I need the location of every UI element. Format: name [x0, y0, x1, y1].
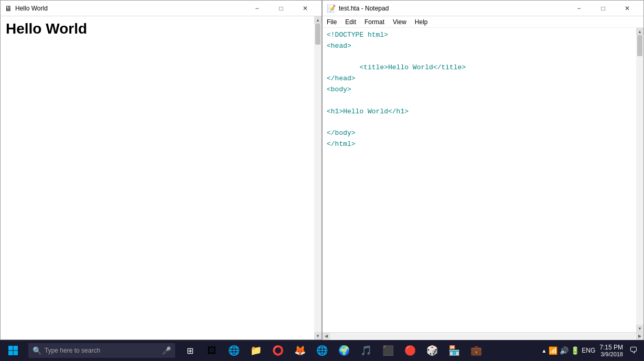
code-line-8: </html>: [327, 140, 356, 148]
svg-rect-0: [8, 346, 13, 351]
volume-icon[interactable]: 🔊: [560, 346, 568, 355]
taskbar-search[interactable]: 🔍 🎤: [28, 343, 175, 358]
taskbar-icon-firefox[interactable]: 🦊: [289, 340, 310, 361]
notepad-maximize-button[interactable]: □: [591, 1, 615, 16]
notification-center-button[interactable]: 🗨: [627, 340, 640, 361]
notepad-menu: File Edit Format View Help: [323, 16, 643, 28]
search-icon: 🔍: [33, 346, 41, 355]
notepad-minimize-button[interactable]: −: [567, 1, 591, 16]
taskbar-icon-opera[interactable]: ⭕: [267, 340, 288, 361]
network-icon[interactable]: 📶: [549, 346, 557, 355]
code-line-4: </head>: [327, 75, 356, 82]
code-line-7: </body>: [327, 129, 356, 137]
notification-icon: 🗨: [629, 346, 638, 355]
taskbar-clock[interactable]: 7:15 PM 3/9/2018: [599, 344, 623, 357]
notepad-window-title: test.hta - Notepad: [339, 5, 567, 12]
notepad-scrollbar-track[interactable]: [636, 35, 643, 325]
scrollbar-thumb[interactable]: [315, 24, 320, 45]
start-button[interactable]: [0, 340, 26, 361]
taskbar-icon-edge[interactable]: 🌐: [312, 340, 332, 361]
notepad-titlebar[interactable]: 📝 test.hta - Notepad − □ ✕: [323, 1, 643, 16]
menu-format[interactable]: Format: [360, 16, 389, 27]
clock-date: 3/9/2018: [599, 351, 623, 357]
notepad-scrollbar-thumb[interactable]: [637, 35, 642, 56]
hta-maximize-button[interactable]: □: [269, 1, 293, 16]
notepad-scrollbar-up[interactable]: ▲: [636, 28, 643, 35]
hta-close-button[interactable]: ✕: [293, 1, 317, 16]
notepad-window: 📝 test.hta - Notepad − □ ✕ File Edit For…: [322, 0, 644, 340]
hscrollbar-right-arrow[interactable]: ▶: [636, 333, 643, 340]
notepad-scrollbar[interactable]: ▲ ▼: [636, 28, 643, 332]
scrollbar-track[interactable]: [314, 24, 321, 332]
code-line-6: <h1>Hello World</h1>: [327, 108, 409, 115]
scrollbar-down-arrow[interactable]: ▼: [314, 332, 321, 339]
code-line-1: <!DOCTYPE html>: [327, 31, 388, 39]
hta-window-title: Hello World: [15, 5, 245, 12]
notepad-content[interactable]: <!DOCTYPE html> <head> <title>Hello Worl…: [323, 28, 643, 332]
taskbar-icon-folder[interactable]: 📁: [245, 340, 266, 361]
clock-time: 7:15 PM: [599, 344, 623, 351]
hta-minimize-button[interactable]: −: [245, 1, 269, 16]
system-tray-expand[interactable]: ▲: [541, 348, 546, 354]
taskbar-icon-app2[interactable]: 💼: [466, 340, 487, 361]
menu-edit[interactable]: Edit: [341, 16, 360, 27]
menu-file[interactable]: File: [323, 16, 341, 27]
hta-heading: Hello World: [6, 20, 309, 37]
windows-logo-icon: [8, 345, 18, 356]
scrollbar-up-arrow[interactable]: ▲: [314, 16, 321, 24]
hta-window-content: Hello World ▲ ▼: [1, 16, 321, 339]
hta-window: 🖥 Hello World − □ ✕ Hello World ▲ ▼: [0, 0, 322, 340]
taskbar-icon-browser2[interactable]: 🌍: [334, 340, 355, 361]
taskbar-icon-1[interactable]: 🖼: [201, 340, 222, 361]
menu-help[interactable]: Help: [411, 16, 432, 27]
hscrollbar-track[interactable]: [330, 333, 636, 340]
taskbar-icon-3d[interactable]: 🎲: [422, 340, 443, 361]
search-input[interactable]: [45, 347, 160, 354]
notepad-close-button[interactable]: ✕: [615, 1, 639, 16]
taskbar-task-view[interactable]: ⊞: [179, 340, 200, 361]
hta-body: Hello World: [1, 16, 314, 339]
taskbar-icon-chrome[interactable]: 🔴: [400, 340, 421, 361]
code-line-2: <head>: [327, 42, 351, 50]
taskbar: 🔍 🎤 ⊞ 🖼 🌐 📁 ⭕ 🦊 🌐 🌍 🎵 ⬛ 🔴 🎲 🏪 💼 ▲ 📶 🔊 🔋 …: [0, 340, 644, 361]
notepad-window-icon: 📝: [327, 4, 336, 13]
code-line-5: <body>: [327, 86, 351, 93]
taskbar-icon-store[interactable]: 🏪: [444, 340, 465, 361]
menu-view[interactable]: View: [389, 16, 411, 27]
hta-window-controls: − □ ✕: [245, 1, 317, 16]
hta-titlebar[interactable]: 🖥 Hello World − □ ✕: [1, 1, 321, 16]
code-line-3: <title>Hello World</title>: [327, 63, 466, 71]
notepad-hscrollbar[interactable]: ◀ ▶: [323, 332, 643, 339]
desktop: 🖥 Hello World − □ ✕ Hello World ▲ ▼ 📝: [0, 0, 644, 340]
hscrollbar-left-arrow[interactable]: ◀: [323, 333, 330, 340]
notepad-window-controls: − □ ✕: [567, 1, 639, 16]
svg-rect-3: [14, 351, 18, 356]
microphone-icon: 🎤: [162, 346, 171, 355]
hta-scrollbar[interactable]: ▲ ▼: [314, 16, 321, 339]
taskbar-right: ▲ 📶 🔊 🔋 ENG 7:15 PM 3/9/2018 🗨: [541, 340, 644, 361]
taskbar-icon-app1[interactable]: ⬛: [378, 340, 399, 361]
lang-label[interactable]: ENG: [582, 347, 595, 354]
notepad-scrollbar-down[interactable]: ▼: [636, 325, 643, 332]
battery-icon[interactable]: 🔋: [571, 346, 579, 355]
taskbar-app-icons: ⊞ 🖼 🌐 📁 ⭕ 🦊 🌐 🌍 🎵 ⬛ 🔴 🎲 🏪 💼: [179, 340, 487, 361]
taskbar-system-icons: ▲ 📶 🔊 🔋 ENG: [541, 346, 595, 355]
svg-rect-2: [8, 351, 13, 356]
notepad-code-area[interactable]: <!DOCTYPE html> <head> <title>Hello Worl…: [323, 28, 636, 332]
taskbar-icon-ie[interactable]: 🌐: [223, 340, 244, 361]
taskbar-icon-media[interactable]: 🎵: [356, 340, 377, 361]
svg-rect-1: [14, 346, 18, 351]
hta-window-icon: 🖥: [5, 4, 12, 13]
